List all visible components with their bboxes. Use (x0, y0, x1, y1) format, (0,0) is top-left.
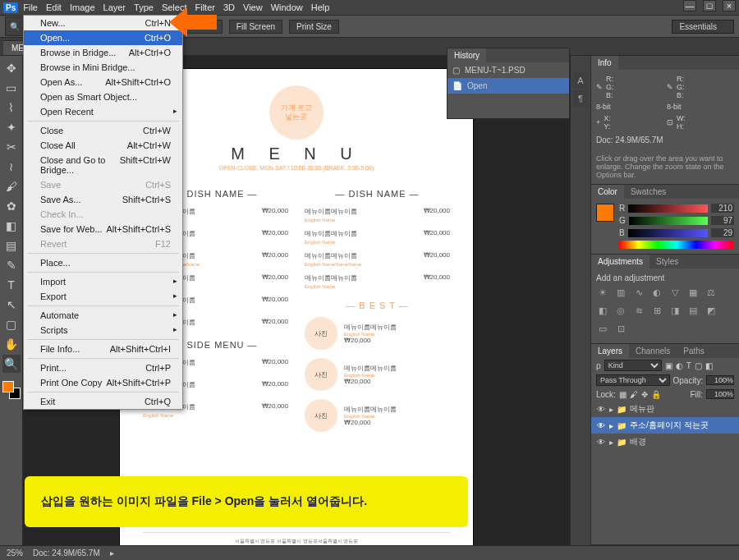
tool-preset-icon[interactable]: 🔍 (5, 16, 25, 36)
file-menu-item[interactable]: Print One CopyAlt+Shift+Ctrl+P (24, 375, 182, 390)
filter-pixel-icon[interactable]: ▣ (665, 361, 672, 370)
exposure-icon[interactable]: ◐ (650, 286, 663, 299)
gradient-map-icon[interactable]: ▭ (596, 322, 609, 335)
menu-type[interactable]: Type (134, 2, 154, 12)
layer-row[interactable]: 👁 ▸ 📁 메뉴판 (591, 401, 739, 417)
selective-icon[interactable]: ⊡ (614, 322, 627, 335)
menu-layer[interactable]: Layer (103, 2, 126, 12)
visibility-icon[interactable]: 👁 (596, 438, 606, 447)
marquee-tool[interactable]: ▭ (2, 79, 21, 97)
file-menu-item[interactable]: Place... (24, 255, 182, 270)
color-b-value[interactable]: 29 (711, 228, 734, 237)
menu-select[interactable]: Select (162, 2, 187, 12)
file-menu-item[interactable]: Import (24, 274, 182, 289)
curves-icon[interactable]: ∿ (632, 286, 645, 299)
history-snapshot[interactable]: ▢ MENU-T~1.PSD (448, 62, 569, 78)
fill-screen-button[interactable]: Fill Screen (229, 20, 282, 34)
file-menu-item[interactable]: Open Recent (24, 104, 182, 119)
print-size-button[interactable]: Print Size (289, 20, 339, 34)
hue-ramp[interactable] (619, 241, 734, 249)
window-close-button[interactable]: × (723, 0, 736, 11)
chevron-right-icon[interactable]: ▸ (110, 549, 114, 558)
file-menu-item[interactable]: Close AllAlt+Ctrl+W (24, 138, 182, 153)
file-menu-item[interactable]: Save As...Shift+Ctrl+S (24, 192, 182, 207)
stamp-tool[interactable]: ✿ (2, 197, 21, 215)
color-r-slider[interactable] (628, 204, 708, 213)
color-b-slider[interactable] (628, 229, 708, 237)
wand-tool[interactable]: ✦ (2, 118, 21, 136)
layer-kind-select[interactable]: Kind (604, 360, 662, 371)
file-menu-item[interactable]: Open as Smart Object... (24, 90, 182, 104)
file-menu-item[interactable]: Save for Web...Alt+Shift+Ctrl+S (24, 222, 182, 236)
lookup-icon[interactable]: ⊞ (650, 304, 663, 317)
bw-icon[interactable]: ◧ (596, 304, 609, 317)
info-tab[interactable]: Info (591, 56, 618, 70)
paragraph-panel-icon[interactable]: ¶ (572, 90, 589, 107)
type-tool[interactable]: T (2, 276, 21, 294)
file-menu-item[interactable]: Open As...Alt+Shift+Ctrl+O (24, 75, 182, 90)
file-menu-item[interactable]: ExitCtrl+Q (24, 394, 182, 409)
file-menu-item[interactable]: Check In... (24, 207, 182, 222)
color-swatches[interactable] (2, 381, 21, 399)
levels-icon[interactable]: ▥ (614, 286, 627, 299)
zoom-tool[interactable]: 🔍 (2, 355, 21, 373)
channels-tab[interactable]: Channels (629, 344, 677, 358)
file-menu-item[interactable]: Automate (24, 308, 182, 323)
chevron-down-icon[interactable]: ▸ (609, 421, 613, 430)
layer-row[interactable]: 👁 ▸ 📁 배경 (591, 434, 739, 450)
visibility-icon[interactable]: 👁 (596, 421, 606, 430)
zoom-level[interactable]: 25% (7, 549, 23, 558)
hand-tool[interactable]: ✋ (2, 335, 21, 353)
layers-tab[interactable]: Layers (591, 344, 629, 358)
window-minimize-button[interactable]: — (683, 0, 696, 11)
history-step[interactable]: 📄 Open (448, 78, 569, 94)
file-menu-item[interactable]: SaveCtrl+S (24, 177, 182, 192)
file-menu-item[interactable]: New...Ctrl+N (24, 16, 182, 30)
file-menu-item[interactable]: CloseCtrl+W (24, 123, 182, 138)
workspace-switcher[interactable]: Essentials (672, 20, 734, 34)
filter-adjust-icon[interactable]: ◐ (676, 361, 683, 370)
chevron-down-icon[interactable]: ▸ (609, 405, 613, 414)
file-menu-item[interactable]: Scripts (24, 323, 182, 337)
file-menu-item[interactable]: RevertF12 (24, 236, 182, 251)
crop-tool[interactable]: ✂ (2, 138, 21, 156)
chevron-down-icon[interactable]: ▸ (609, 438, 613, 447)
layer-row[interactable]: 👁 ▸ 📁 주소/홈페이지 적는곳 (591, 417, 739, 434)
file-menu-item[interactable]: Browse in Bridge...Alt+Ctrl+O (24, 45, 182, 60)
opacity-value[interactable]: 100% (706, 375, 734, 385)
menu-3d[interactable]: 3D (223, 2, 235, 12)
pen-tool[interactable]: ✎ (2, 256, 21, 274)
blend-mode-select[interactable]: Pass Through (596, 374, 670, 386)
paths-tab[interactable]: Paths (677, 344, 711, 358)
menu-window[interactable]: Window (271, 2, 303, 12)
window-maximize-button[interactable]: □ (703, 0, 716, 11)
menu-view[interactable]: View (243, 2, 263, 12)
balance-icon[interactable]: ⚖ (705, 286, 718, 299)
menu-help[interactable]: Help (311, 2, 330, 12)
photo-filter-icon[interactable]: ◎ (614, 304, 627, 317)
adjustments-tab[interactable]: Adjustments (591, 255, 649, 269)
lock-trans-icon[interactable]: ▦ (619, 390, 627, 399)
file-menu-item[interactable]: Export (24, 289, 182, 304)
color-g-value[interactable]: 97 (711, 216, 734, 225)
filter-shape-icon[interactable]: ▢ (695, 361, 702, 370)
lock-pixel-icon[interactable]: 🖌 (630, 390, 638, 399)
mixer-icon[interactable]: ≋ (632, 304, 645, 317)
fill-value[interactable]: 100% (706, 389, 734, 399)
menu-filter[interactable]: Filter (195, 2, 214, 12)
styles-tab[interactable]: Styles (649, 255, 685, 269)
eraser-tool[interactable]: ◧ (2, 217, 21, 235)
file-menu-item[interactable]: Browse in Mini Bridge... (24, 60, 182, 75)
lock-pos-icon[interactable]: ✥ (641, 390, 648, 399)
file-menu-item[interactable]: Open...Ctrl+O (24, 30, 182, 45)
posterize-icon[interactable]: ▤ (686, 304, 700, 317)
menu-edit[interactable]: Edit (46, 2, 62, 12)
swatches-tab[interactable]: Swatches (624, 185, 672, 199)
lock-all-icon[interactable]: 🔒 (651, 390, 661, 399)
brightness-icon[interactable]: ☀ (596, 286, 609, 299)
menu-image[interactable]: Image (70, 2, 95, 12)
vibrance-icon[interactable]: ▽ (668, 286, 682, 299)
color-r-value[interactable]: 210 (711, 204, 734, 213)
move-tool[interactable]: ✥ (2, 59, 21, 77)
path-tool[interactable]: ↖ (2, 296, 21, 314)
